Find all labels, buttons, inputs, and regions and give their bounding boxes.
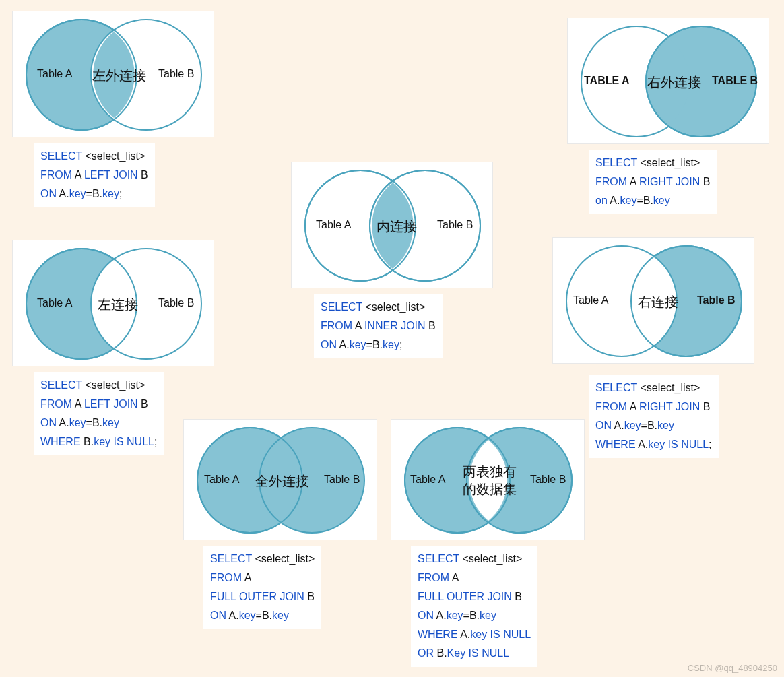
venn-right-only: Table A 右连接 Table B (552, 237, 754, 364)
sql-inner: SELECT <select_list> FROM A INNER JOIN B… (314, 294, 443, 358)
sql-right-only: SELECT <select_list> FROM A RIGHT JOIN B… (589, 375, 719, 458)
venn-left-only: Table A 左连接 Table B (12, 240, 214, 366)
sql-left-outer: SELECT <select_list> FROM A LEFT JOIN B … (34, 143, 155, 207)
venn-left-outer: Table A 左外连接 Table B (12, 11, 214, 137)
venn-inner: Table A 内连接 Table B (291, 162, 493, 288)
venn-right-outer: TABLE A 右外连接 TABLE B (567, 18, 769, 144)
sql-right-outer: SELECT <select_list> FROM A RIGHT JOIN B… (589, 150, 717, 214)
venn-full-excl: Table A 两表独有的数据集 Table B (391, 419, 585, 540)
svg-point-11 (91, 249, 201, 359)
venn-full-outer: Table A 全外连接 Table B (183, 419, 377, 540)
sql-left-only: SELECT <select_list> FROM A LEFT JOIN B … (34, 372, 164, 455)
sql-full-outer: SELECT <select_list> FROM A FULL OUTER J… (203, 546, 321, 629)
svg-point-14 (566, 246, 677, 356)
sql-full-excl: SELECT <select_list> FROM A FULL OUTER J… (411, 546, 537, 667)
watermark: CSDN @qq_48904250 (688, 663, 777, 673)
svg-point-17 (259, 428, 364, 533)
